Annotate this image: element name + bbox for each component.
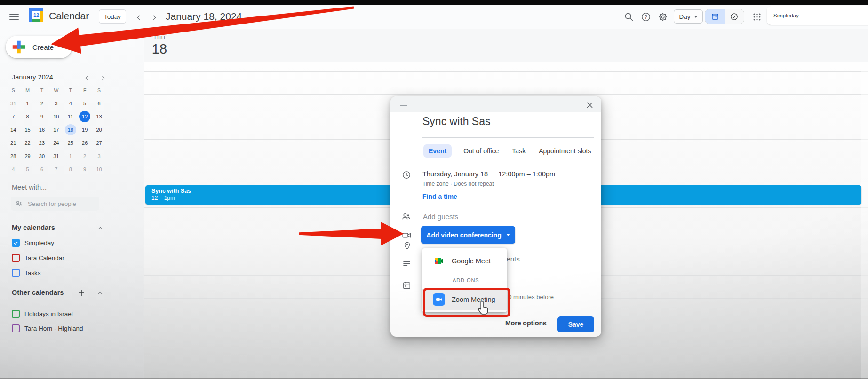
minical-day[interactable]: 29 bbox=[22, 150, 33, 162]
minical-day[interactable]: 18 bbox=[65, 124, 76, 135]
event-title-input[interactable] bbox=[422, 115, 594, 128]
tasks-view-toggle[interactable] bbox=[725, 9, 744, 24]
my-calendars-collapse-icon[interactable] bbox=[96, 225, 104, 233]
other-calendars-collapse-icon[interactable] bbox=[96, 290, 104, 298]
minical-day[interactable]: 3 bbox=[94, 150, 105, 162]
minical-day[interactable]: 26 bbox=[79, 137, 90, 149]
minical-day[interactable]: 11 bbox=[65, 111, 76, 122]
minical-day[interactable]: 23 bbox=[36, 137, 48, 149]
minical-day[interactable]: 8 bbox=[22, 111, 33, 122]
minical-day[interactable]: 1 bbox=[22, 98, 33, 109]
event-datetime-row[interactable]: Thursday, January 1812:00pm – 1:00pm bbox=[422, 170, 555, 178]
minical-day[interactable]: 24 bbox=[50, 137, 62, 149]
minical-day[interactable]: 1 bbox=[65, 150, 76, 162]
current-date-label: January 18, 2024 bbox=[166, 11, 242, 22]
apps-grid-icon[interactable] bbox=[751, 11, 763, 23]
minical-day[interactable]: 30 bbox=[36, 150, 48, 162]
day-view-daynumber[interactable]: 18 bbox=[144, 41, 175, 57]
minical-day[interactable]: 5 bbox=[22, 164, 33, 175]
minical-day[interactable]: 10 bbox=[94, 164, 105, 175]
scrollbar-gutter[interactable] bbox=[861, 62, 868, 379]
minical-day[interactable]: 19 bbox=[79, 124, 90, 135]
minical-day[interactable]: 2 bbox=[36, 98, 48, 109]
calendar-checkbox[interactable] bbox=[12, 324, 20, 332]
today-button[interactable]: Today bbox=[99, 9, 126, 24]
minical-day[interactable]: 8 bbox=[65, 164, 76, 175]
tab-out-of-office[interactable]: Out of office bbox=[462, 144, 500, 158]
minical-day[interactable]: 31 bbox=[8, 98, 19, 109]
minical-day[interactable]: 20 bbox=[94, 124, 105, 135]
minical-day[interactable]: 5 bbox=[79, 98, 90, 109]
calendar-list-item[interactable]: Tasks bbox=[12, 267, 41, 279]
calendar-list-item[interactable]: Tara Horn - Highland bbox=[12, 322, 83, 334]
minical-day[interactable]: 15 bbox=[22, 124, 33, 135]
minical-day[interactable]: 4 bbox=[8, 164, 19, 175]
calendar-checkbox[interactable] bbox=[12, 310, 20, 318]
minical-day[interactable]: 9 bbox=[36, 111, 48, 122]
notification-text: 10 minutes before bbox=[505, 293, 554, 300]
calendar-row-icon bbox=[401, 280, 412, 290]
minical-day[interactable]: 9 bbox=[79, 164, 90, 175]
minical-day[interactable]: 12 bbox=[79, 111, 90, 122]
dialog-header[interactable] bbox=[390, 96, 601, 112]
guests-icon bbox=[401, 211, 411, 221]
minical-day[interactable]: 10 bbox=[50, 111, 62, 122]
minical-prev-icon[interactable] bbox=[84, 74, 91, 82]
more-options-button[interactable]: More options bbox=[505, 319, 547, 327]
previous-day-icon[interactable] bbox=[135, 13, 144, 22]
main-menu-icon[interactable] bbox=[8, 11, 20, 23]
people-search-box[interactable] bbox=[11, 197, 99, 211]
create-plus-icon bbox=[11, 39, 27, 55]
calendar-label: Tasks bbox=[24, 269, 41, 276]
calendar-checkbox[interactable] bbox=[12, 254, 20, 262]
title-underline bbox=[422, 137, 594, 138]
minical-day[interactable]: 31 bbox=[50, 150, 62, 162]
minical-day[interactable]: 25 bbox=[65, 137, 76, 149]
minical-next-icon[interactable] bbox=[99, 74, 106, 82]
minical-day[interactable]: 2 bbox=[79, 150, 90, 162]
minical-day-header: T bbox=[40, 87, 43, 93]
people-search-input[interactable] bbox=[27, 200, 88, 208]
minical-day[interactable]: 16 bbox=[36, 124, 48, 135]
menu-item-google-meet[interactable]: Google Meet bbox=[422, 251, 507, 271]
calendar-view-toggle[interactable] bbox=[705, 9, 725, 24]
calendar-checkbox[interactable] bbox=[12, 269, 20, 277]
meet-with-label: Meet with... bbox=[12, 183, 47, 191]
add-guests-input[interactable] bbox=[422, 212, 526, 221]
add-video-conferencing-button[interactable]: Add video conferencing bbox=[421, 226, 515, 244]
minical-day[interactable]: 6 bbox=[36, 164, 48, 175]
calendar-list-item[interactable]: Holidays in Israel bbox=[12, 308, 73, 320]
tab-appointment-slots[interactable]: Appointment slots bbox=[537, 144, 592, 158]
profile-account-chip[interactable]: Simpleday bbox=[767, 6, 868, 25]
help-icon[interactable]: ? bbox=[640, 11, 652, 23]
minical-day[interactable]: 3 bbox=[50, 98, 62, 109]
minical-day[interactable]: 4 bbox=[65, 98, 76, 109]
tab-event[interactable]: Event bbox=[423, 144, 452, 158]
search-icon[interactable] bbox=[623, 11, 635, 23]
minical-day[interactable]: 17 bbox=[50, 124, 62, 135]
tab-task[interactable]: Task bbox=[510, 144, 527, 158]
calendar-list-item[interactable]: Simpleday bbox=[12, 237, 54, 249]
view-selector-dropdown[interactable]: Day bbox=[674, 9, 703, 24]
minical-day[interactable]: 28 bbox=[8, 150, 19, 162]
calendar-checkbox[interactable] bbox=[12, 239, 20, 247]
minical-day[interactable]: 7 bbox=[50, 164, 62, 175]
minical-day[interactable]: 13 bbox=[94, 111, 105, 122]
drag-handle-icon[interactable] bbox=[400, 103, 407, 106]
create-button[interactable]: Create bbox=[6, 36, 72, 58]
calendar-list-item[interactable]: Tara Calendar bbox=[12, 252, 64, 264]
find-a-time-link[interactable]: Find a time bbox=[422, 193, 457, 200]
minical-day-header: S bbox=[12, 87, 15, 93]
save-button[interactable]: Save bbox=[557, 316, 594, 332]
minical-day[interactable]: 21 bbox=[8, 137, 19, 149]
minical-day[interactable]: 22 bbox=[22, 137, 33, 149]
minical-day[interactable]: 6 bbox=[94, 98, 105, 109]
minical-day[interactable]: 27 bbox=[94, 137, 105, 149]
minical-day[interactable]: 14 bbox=[8, 124, 19, 135]
close-icon[interactable] bbox=[584, 100, 595, 110]
add-other-calendar-icon[interactable] bbox=[77, 289, 86, 297]
minical-day[interactable]: 7 bbox=[8, 111, 19, 122]
settings-gear-icon[interactable] bbox=[657, 11, 669, 23]
next-day-icon[interactable] bbox=[149, 13, 158, 22]
calendar-label: Simpleday bbox=[24, 239, 54, 246]
